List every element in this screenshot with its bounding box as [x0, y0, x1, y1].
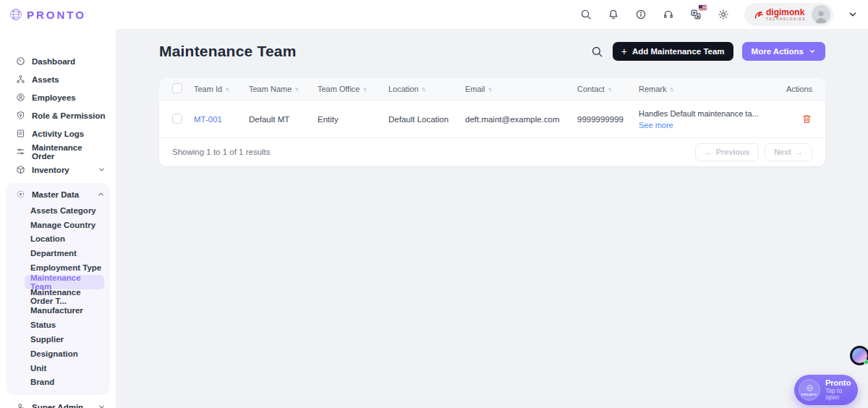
subitem-label: Unit	[30, 364, 46, 373]
subitem-label: Designation	[30, 349, 78, 358]
cell-contact: 9999999999	[577, 115, 639, 124]
info-icon[interactable]	[634, 8, 647, 21]
page-header: Maintenance Team + Add Maintenance Team …	[159, 42, 825, 61]
sidebar-subitem-manufacturer[interactable]: Manufacturer	[25, 304, 104, 318]
master-data-icon	[16, 190, 25, 199]
sidebar-subitem-designation[interactable]: Designation	[25, 347, 104, 361]
plus-icon: +	[621, 46, 627, 56]
widget-subtitle: Tap to open	[825, 388, 854, 402]
org-name: digimonk	[766, 8, 806, 17]
chevron-up-icon	[96, 190, 106, 198]
page-actions: + Add Maintenance Team More Actions	[591, 42, 825, 61]
sidebar-item-activity-logs[interactable]: Activity Logs	[0, 124, 116, 143]
column-header-contact[interactable]: Contact↑↓	[577, 85, 639, 93]
pronto-widget-logo: PRONTO	[799, 379, 820, 401]
notifications-bell-icon[interactable]	[607, 8, 620, 21]
cell-team-name: Default MT	[249, 115, 318, 124]
table-search-icon[interactable]	[591, 45, 604, 58]
sidebar-subitem-department[interactable]: Department	[25, 246, 104, 260]
sidebar-item-label: Assets	[32, 75, 106, 84]
chevron-down-icon	[809, 48, 816, 55]
sidebar-item-super-admin[interactable]: Super Admin	[0, 398, 116, 408]
account-chevron-down-icon[interactable]	[848, 9, 858, 20]
header-label: Remark	[639, 85, 667, 93]
subitem-label: Manufacturer	[30, 306, 83, 315]
sidebar-subitem-supplier[interactable]: Supplier	[25, 332, 104, 347]
row-checkbox[interactable]	[172, 114, 182, 124]
sidebar-item-master-data[interactable]: Master Data	[6, 185, 110, 203]
add-maintenance-team-button[interactable]: + Add Maintenance Team	[613, 42, 733, 61]
sidebar-item-dashboard[interactable]: Dashboard	[0, 52, 116, 70]
sidebar-subitem-manage-country[interactable]: Manage Country	[25, 218, 104, 232]
table-header-row: Team Id↑↓ Team Name↑↓ Team Office↑↓ Loca…	[159, 78, 825, 100]
header-label: Contact	[577, 85, 605, 93]
sidebar-subitem-location[interactable]: Location	[25, 232, 104, 247]
sidebar-subitem-unit[interactable]: Unit	[25, 361, 104, 375]
sidebar-item-maintenance-order[interactable]: Maintenance Order	[0, 143, 116, 161]
inventory-box-icon	[16, 165, 25, 174]
column-header-team-name[interactable]: Team Name↑↓	[249, 85, 318, 93]
column-header-location[interactable]: Location↑↓	[388, 85, 465, 93]
subitem-label: Employment Type	[30, 263, 101, 272]
sidebar-item-label: Master Data	[32, 190, 90, 199]
sidebar-subitem-assets-category[interactable]: Assets Category	[25, 203, 104, 218]
topbar: PRONTO	[0, 0, 868, 29]
sidebar-item-label: Employees	[32, 93, 106, 102]
brand-name: PRONTO	[27, 9, 86, 21]
sort-icon: ↑↓	[670, 86, 674, 93]
cell-team-office: Entity	[318, 115, 388, 124]
theme-sun-icon[interactable]	[717, 8, 730, 21]
page-title: Maintenance Team	[159, 43, 297, 60]
chevron-down-icon	[98, 166, 106, 174]
header-label: Team Office	[318, 85, 360, 93]
sidebar-subitem-status[interactable]: Status	[25, 318, 104, 332]
super-admin-icon	[16, 402, 25, 408]
sidebar-item-label: Maintenance Order	[32, 143, 106, 161]
user-avatar[interactable]	[812, 5, 830, 24]
activity-logs-icon	[16, 129, 25, 138]
floating-avatar[interactable]	[850, 346, 868, 365]
previous-button[interactable]: ← Previous	[695, 143, 759, 161]
column-header-email[interactable]: Email↑↓	[465, 85, 577, 93]
header-label: Email	[465, 85, 485, 93]
sidebar-item-label: Role & Permission	[32, 111, 106, 120]
sidebar-item-assets[interactable]: Assets	[0, 70, 116, 88]
table-row: MT-001 Default MT Entity Default Locatio…	[159, 100, 825, 137]
header-label: Actions	[786, 85, 812, 93]
language-translate-icon[interactable]	[689, 8, 702, 21]
support-headset-icon[interactable]	[662, 8, 675, 21]
select-all-checkbox[interactable]	[172, 83, 182, 93]
column-header-actions: Actions	[767, 85, 812, 93]
sliders-icon	[16, 147, 25, 156]
account-pill[interactable]: digimonk TECHNOLOGIES	[744, 3, 833, 26]
arrow-left-icon: ←	[705, 148, 712, 156]
subitem-label: Brand	[30, 378, 54, 386]
chevron-down-icon	[98, 403, 106, 408]
subitem-label: Manage Country	[30, 221, 95, 229]
more-actions-button[interactable]: More Actions	[742, 42, 825, 61]
sidebar-item-employees[interactable]: Employees	[0, 88, 116, 106]
column-header-team-office[interactable]: Team Office↑↓	[318, 85, 388, 93]
master-data-group: Master Data Assets Category Manage Count…	[6, 183, 110, 395]
cell-team-id[interactable]: MT-001	[194, 115, 249, 124]
sidebar-item-label: Super Admin	[32, 403, 91, 408]
sort-icon: ↑↓	[225, 86, 229, 93]
sort-icon: ↑↓	[294, 86, 299, 93]
sidebar-item-role-permission[interactable]: Role & Permission	[0, 106, 116, 124]
delete-trash-icon[interactable]	[801, 114, 812, 124]
search-icon[interactable]	[579, 8, 592, 21]
widget-logo-text: PRONTO	[801, 393, 817, 396]
subitem-label: Assets Category	[30, 206, 96, 215]
sidebar-subitem-brand[interactable]: Brand	[25, 375, 104, 390]
subitem-label: Status	[30, 320, 56, 329]
see-more-link[interactable]: See more	[639, 119, 767, 131]
brand-logo[interactable]: PRONTO	[9, 7, 86, 22]
column-header-remark[interactable]: Remark↑↓	[639, 85, 767, 93]
column-header-team-id[interactable]: Team Id↑↓	[194, 85, 249, 93]
sidebar-subitem-maintenance-order-type[interactable]: Maintenance Order T...	[25, 289, 104, 304]
sidebar-item-inventory[interactable]: Inventory	[0, 161, 116, 179]
next-button[interactable]: Next →	[765, 143, 812, 161]
app-root: PRONTO	[0, 0, 868, 408]
pronto-chat-widget[interactable]: PRONTO Pronto Tap to open	[794, 375, 858, 405]
remark-text: Handles Default maintenance ta...	[639, 108, 767, 119]
